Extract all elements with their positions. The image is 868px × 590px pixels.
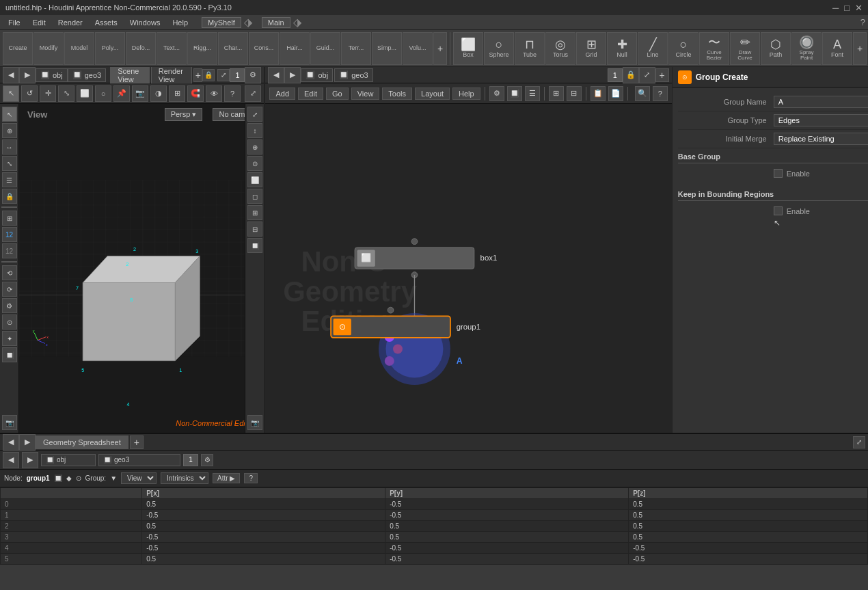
vp-right-t10[interactable]: 📷	[247, 415, 262, 430]
menu-assets[interactable]: Assets	[90, 17, 123, 28]
vp-left-select[interactable]: ↖	[2, 107, 17, 122]
vp-right-t2[interactable]: ↕	[247, 123, 262, 138]
toolbar-terr-btn[interactable]: Terr...	[341, 32, 371, 65]
toolbar-curve-bezier-btn[interactable]: 〜Curve Bezier	[699, 32, 729, 65]
vp-left-t12[interactable]: ✦	[2, 331, 17, 346]
ne-fwd-btn[interactable]: ▶	[284, 67, 301, 83]
vp-tool-translate[interactable]: ✛	[40, 85, 56, 102]
toolbar-circle-btn[interactable]: ○Circle	[668, 32, 699, 65]
toolbar-defo-btn[interactable]: Defo...	[126, 32, 156, 65]
toolbar-guide-btn[interactable]: Guid...	[310, 32, 340, 65]
toolbar-rigg-btn[interactable]: Rigg...	[187, 32, 217, 65]
help-icon[interactable]: ?	[860, 17, 865, 27]
pt-help-btn[interactable]: Help	[452, 88, 480, 100]
enable-checkbox[interactable]	[774, 169, 783, 178]
initial-merge-select[interactable]: Replace Existing ▾	[774, 133, 868, 145]
toolbar-sphere-btn[interactable]: ○Sphere	[484, 32, 514, 65]
vp-left-t8[interactable]: ⟲	[2, 265, 17, 280]
close-btn[interactable]: ✕	[855, 3, 863, 13]
vp-tool-shading[interactable]: ◑	[150, 85, 167, 102]
menu-file[interactable]: File	[3, 17, 26, 28]
pt-icon4[interactable]: ⊞	[549, 86, 564, 101]
ss-help-btn[interactable]: ?	[244, 473, 258, 483]
toolbar-char-btn[interactable]: Char...	[218, 32, 248, 65]
vp-left-t13[interactable]: 🔲	[2, 347, 17, 362]
vp-left-t9[interactable]: ⟳	[2, 282, 17, 297]
vp-tool-scale[interactable]: ⤡	[58, 85, 74, 102]
vp-left-t7[interactable]: 12	[2, 243, 17, 258]
vp-expand-btn[interactable]: ⤢	[217, 69, 230, 81]
ss-view-num[interactable]: 1	[183, 454, 198, 466]
toolbar-add-btn[interactable]: +	[433, 32, 447, 65]
vp-lock-btn[interactable]: 🔒	[202, 69, 215, 81]
vp-right-t5[interactable]: ⬜	[247, 172, 262, 187]
spreadsheet-tab[interactable]: Geometry Spreadsheet	[36, 435, 128, 449]
vp-geo-path[interactable]: 🔲 geo3	[68, 68, 106, 82]
vp-settings-btn[interactable]: ⚙	[245, 67, 261, 83]
menu-windows[interactable]: Windows	[124, 17, 166, 28]
toolbar-line-btn[interactable]: ╱Line	[638, 32, 668, 65]
vp-left-t5[interactable]: ⊞	[2, 211, 17, 226]
minimize-btn[interactable]: ─	[832, 3, 839, 13]
vp-back-btn[interactable]: ◀	[3, 67, 19, 83]
ss-add-tab[interactable]: +	[130, 435, 144, 449]
menu-help[interactable]: Help	[167, 17, 193, 28]
pt-tools-btn[interactable]: Tools	[382, 88, 412, 100]
group-name-input[interactable]	[774, 96, 868, 108]
toolbar-create-btn[interactable]: Create	[3, 32, 33, 65]
toolbar-font-btn[interactable]: AFont	[822, 32, 852, 65]
vp-right-t7[interactable]: ⊞	[247, 205, 262, 220]
toolbar-model-btn[interactable]: Model	[64, 32, 94, 65]
vp-fwd-btn[interactable]: ▶	[19, 67, 36, 83]
vp-left-t2[interactable]: ↔	[2, 139, 17, 155]
vp-left-t3[interactable]: ⤡	[2, 156, 17, 171]
pt-edit-btn[interactable]: Edit	[298, 88, 323, 100]
pt-icon6[interactable]: 📋	[591, 86, 606, 101]
vp-tool-xform[interactable]: ⬜	[77, 85, 93, 102]
pt-help2-btn[interactable]: ?	[653, 86, 668, 101]
ne-obj-path[interactable]: 🔲 obj	[301, 68, 333, 82]
vp-tool-rotate[interactable]: ↺	[21, 85, 38, 102]
pt-icon3[interactable]: ☰	[525, 86, 540, 101]
ss-fwd-btn[interactable]: ▶	[19, 434, 36, 451]
pt-icon2[interactable]: 🔲	[507, 86, 522, 101]
toolbar-torus-btn[interactable]: ◎Torus	[545, 32, 575, 65]
vp-obj-path[interactable]: 🔲 obj	[36, 68, 68, 82]
toolbar-draw-curve-btn[interactable]: ✏Draw Curve	[730, 32, 760, 65]
vp-tool-pin[interactable]: 📌	[113, 85, 130, 102]
vp-right-t3[interactable]: ⊕	[247, 139, 262, 155]
ss-back-btn[interactable]: ◀	[3, 434, 19, 451]
maximize-btn[interactable]: □	[844, 3, 850, 13]
vp-tool-help[interactable]: ?	[224, 85, 241, 102]
pt-go-btn[interactable]: Go	[326, 88, 349, 100]
ss-nav-fwd[interactable]: ▶	[22, 452, 38, 468]
vp-right-t9[interactable]: 🔲	[247, 238, 262, 253]
ss-icon3[interactable]: ⊙	[76, 474, 81, 482]
toolbar-tube-btn[interactable]: ⊓Tube	[515, 32, 545, 65]
toolbar-spray-btn[interactable]: 🔘Spray Paint	[791, 32, 822, 65]
vp-num-btn[interactable]: 1	[230, 68, 245, 82]
ne-num[interactable]: 1	[608, 68, 623, 82]
ne-lock-btn[interactable]: 🔒	[623, 67, 639, 83]
node-editor[interactable]: Non-C Geometry Edition ⬜	[265, 104, 671, 433]
group-type-select[interactable]: Edges ▾	[774, 114, 868, 126]
main-button[interactable]: Main	[262, 17, 290, 28]
pt-view-btn[interactable]: View	[351, 88, 380, 100]
toolbar-shapes-add-btn[interactable]: +	[853, 32, 867, 65]
ss-icon2[interactable]: ◆	[66, 474, 72, 482]
toolbar-hair-btn[interactable]: Hair...	[280, 32, 310, 65]
vp-right-t6[interactable]: ◻	[247, 189, 262, 204]
ss-settings[interactable]: ⚙	[201, 454, 213, 466]
toolbar-simp-btn[interactable]: Simp...	[372, 32, 402, 65]
toolbar-poly-btn[interactable]: Poly...	[95, 32, 125, 65]
pt-search-btn[interactable]: 🔍	[635, 86, 650, 101]
enable2-checkbox[interactable]	[774, 206, 783, 215]
vp-right-t4[interactable]: ⊙	[247, 156, 262, 171]
vp-left-t10[interactable]: ⚙	[2, 298, 17, 313]
ne-add-tab[interactable]: +	[655, 68, 669, 82]
toolbar-null-btn[interactable]: ✚Null	[607, 32, 637, 65]
persp-dropdown[interactable]: Persp ▾	[165, 108, 203, 121]
toolbar-cons-btn[interactable]: Cons...	[249, 32, 279, 65]
ss-attr-btn[interactable]: Attr ▶	[213, 473, 240, 483]
ss-obj-path[interactable]: 🔲 obj	[41, 454, 96, 466]
